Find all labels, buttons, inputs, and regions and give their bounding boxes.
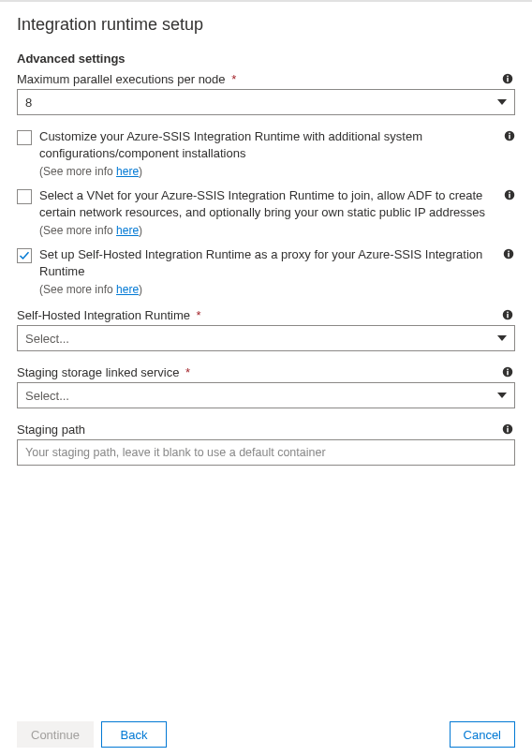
- max-parallel-label: Maximum parallel executions per node: [17, 72, 226, 86]
- continue-button: Continue: [17, 721, 94, 748]
- back-button[interactable]: Back: [101, 721, 167, 748]
- max-parallel-value: 8: [25, 96, 497, 110]
- button-bar: Continue Back Cancel: [0, 713, 532, 756]
- customize-more-link[interactable]: here: [116, 165, 139, 178]
- info-icon[interactable]: [504, 128, 515, 143]
- staging-storage-placeholder: Select...: [25, 389, 497, 403]
- vnet-more-link[interactable]: here: [116, 224, 139, 237]
- svg-rect-17: [507, 369, 509, 371]
- proxy-more-link[interactable]: here: [116, 283, 139, 296]
- staging-path-label: Staging path: [17, 422, 85, 437]
- svg-rect-2: [507, 76, 509, 78]
- staging-storage-select[interactable]: Select...: [17, 382, 515, 408]
- max-parallel-select[interactable]: 8: [17, 89, 515, 115]
- staging-path-header: Staging path: [17, 422, 515, 437]
- svg-rect-13: [507, 314, 509, 319]
- staging-path-input[interactable]: [25, 446, 507, 459]
- info-icon[interactable]: [500, 307, 515, 322]
- section-advanced-settings: Advanced settings: [17, 52, 515, 66]
- svg-rect-7: [509, 194, 510, 199]
- svg-rect-1: [507, 78, 509, 82]
- proxy-more-info: (See more info here): [39, 283, 515, 296]
- svg-rect-5: [509, 133, 510, 135]
- panel-title: Integration runtime setup: [17, 15, 515, 35]
- required-asterisk: *: [231, 72, 236, 86]
- svg-rect-14: [507, 312, 509, 314]
- required-asterisk: *: [185, 365, 190, 379]
- info-icon[interactable]: [500, 422, 515, 437]
- self-hosted-ir-placeholder: Select...: [25, 332, 497, 346]
- svg-rect-16: [507, 371, 509, 376]
- svg-rect-8: [509, 192, 510, 194]
- staging-path-input-wrap: [17, 439, 515, 466]
- svg-rect-4: [509, 135, 510, 140]
- svg-rect-11: [508, 251, 510, 253]
- self-hosted-ir-select[interactable]: Select...: [17, 325, 515, 351]
- info-icon[interactable]: [501, 246, 515, 261]
- required-asterisk: *: [197, 308, 201, 322]
- staging-storage-header: Staging storage linked service *: [17, 364, 515, 379]
- customize-checkbox[interactable]: [17, 130, 32, 145]
- proxy-checkbox[interactable]: [17, 248, 32, 263]
- proxy-row: Set up Self-Hosted Integration Runtime a…: [17, 246, 515, 279]
- vnet-row: Select a VNet for your Azure-SSIS Integr…: [17, 187, 515, 220]
- vnet-checkbox[interactable]: [17, 189, 32, 204]
- info-icon[interactable]: [500, 71, 515, 86]
- vnet-label: Select a VNet for your Azure-SSIS Integr…: [39, 187, 496, 220]
- chevron-down-icon: [497, 335, 507, 341]
- vnet-more-info: (See more info here): [39, 224, 515, 237]
- setup-panel: Integration runtime setup Advanced setti…: [0, 2, 532, 466]
- svg-rect-20: [507, 426, 509, 428]
- max-parallel-header: Maximum parallel executions per node *: [17, 71, 515, 86]
- svg-rect-19: [507, 428, 509, 433]
- chevron-down-icon: [497, 393, 507, 398]
- svg-rect-10: [508, 253, 510, 258]
- customize-more-info: (See more info here): [39, 165, 515, 178]
- info-icon[interactable]: [500, 364, 515, 379]
- customize-row: Customize your Azure-SSIS Integration Ru…: [17, 128, 515, 161]
- cancel-button[interactable]: Cancel: [450, 721, 515, 748]
- self-hosted-ir-label: Self-Hosted Integration Runtime: [17, 308, 190, 322]
- customize-label: Customize your Azure-SSIS Integration Ru…: [39, 128, 496, 161]
- self-hosted-ir-header: Self-Hosted Integration Runtime *: [17, 307, 515, 322]
- info-icon[interactable]: [504, 187, 515, 202]
- proxy-label: Set up Self-Hosted Integration Runtime a…: [39, 246, 494, 279]
- staging-storage-label: Staging storage linked service: [17, 365, 179, 379]
- chevron-down-icon: [497, 99, 507, 105]
